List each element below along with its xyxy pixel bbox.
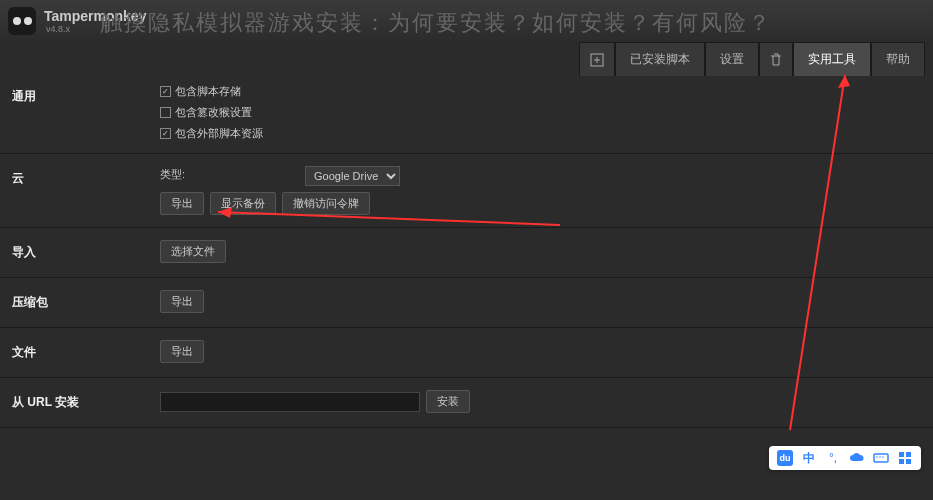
floating-toolbar: du 中 °, xyxy=(769,446,921,470)
section-cloud: 云 类型: Google Drive 导出 显示备份 撤销访问令牌 xyxy=(0,154,933,228)
tab-installed-scripts[interactable]: 已安装脚本 xyxy=(615,42,705,76)
tab-new-script[interactable] xyxy=(579,42,615,76)
section-label-general: 通用 xyxy=(0,84,160,141)
checkbox-include-externals[interactable]: ✓包含外部脚本资源 xyxy=(160,126,933,141)
section-zip: 压缩包 导出 xyxy=(0,278,933,328)
tab-settings[interactable]: 设置 xyxy=(705,42,759,76)
section-url-install: 从 URL 安装 安装 xyxy=(0,378,933,428)
cloud-show-backup-button[interactable]: 显示备份 xyxy=(210,192,276,215)
cloud-revoke-button[interactable]: 撤销访问令牌 xyxy=(282,192,370,215)
svg-rect-7 xyxy=(874,454,888,462)
svg-rect-11 xyxy=(899,452,904,457)
tab-utilities[interactable]: 实用工具 xyxy=(793,42,871,76)
toolbar-baidu-icon[interactable]: du xyxy=(777,450,793,466)
cloud-export-button[interactable]: 导出 xyxy=(160,192,204,215)
url-install-button[interactable]: 安装 xyxy=(426,390,470,413)
toolbar-grid-icon[interactable] xyxy=(897,450,913,466)
toolbar-keyboard-icon[interactable] xyxy=(873,450,889,466)
section-file: 文件 导出 xyxy=(0,328,933,378)
header: Tampermonkey v4.8.x 触摸隐私模拟器游戏安装：为何要安装？如何… xyxy=(0,0,933,42)
checkbox-include-settings[interactable]: 包含篡改猴设置 xyxy=(160,105,933,120)
section-label-url: 从 URL 安装 xyxy=(0,390,160,415)
section-label-file: 文件 xyxy=(0,340,160,365)
toolbar-punct-icon[interactable]: °, xyxy=(825,450,841,466)
app-version: v4.8.x xyxy=(46,24,146,34)
overlay-title: 触摸隐私模拟器游戏安装：为何要安装？如何安装？有何风险？ xyxy=(100,8,772,38)
content-area: 通用 ✓包含脚本存储 包含篡改猴设置 ✓包含外部脚本资源 云 类型: Googl… xyxy=(0,42,933,428)
zip-export-button[interactable]: 导出 xyxy=(160,290,204,313)
checkbox-include-storage[interactable]: ✓包含脚本存储 xyxy=(160,84,933,99)
svg-rect-12 xyxy=(906,452,911,457)
svg-rect-13 xyxy=(899,459,904,464)
section-label-zip: 压缩包 xyxy=(0,290,160,315)
logo-area: Tampermonkey v4.8.x xyxy=(8,7,146,35)
app-logo-icon xyxy=(8,7,36,35)
app-name: Tampermonkey xyxy=(44,8,146,24)
url-install-input[interactable] xyxy=(160,392,420,412)
section-general: 通用 ✓包含脚本存储 包含篡改猴设置 ✓包含外部脚本资源 xyxy=(0,72,933,154)
tab-help[interactable]: 帮助 xyxy=(871,42,925,76)
cloud-type-select[interactable]: Google Drive xyxy=(305,166,400,186)
svg-rect-14 xyxy=(906,459,911,464)
section-label-cloud: 云 xyxy=(0,166,160,215)
toolbar-cloud-icon[interactable] xyxy=(849,450,865,466)
section-import: 导入 选择文件 xyxy=(0,228,933,278)
tab-bar: 已安装脚本 设置 实用工具 帮助 xyxy=(579,42,925,76)
import-choose-file-button[interactable]: 选择文件 xyxy=(160,240,226,263)
cloud-type-label: 类型: xyxy=(160,167,185,182)
file-export-button[interactable]: 导出 xyxy=(160,340,204,363)
tab-trash[interactable] xyxy=(759,42,793,76)
section-label-import: 导入 xyxy=(0,240,160,265)
toolbar-lang-icon[interactable]: 中 xyxy=(801,450,817,466)
